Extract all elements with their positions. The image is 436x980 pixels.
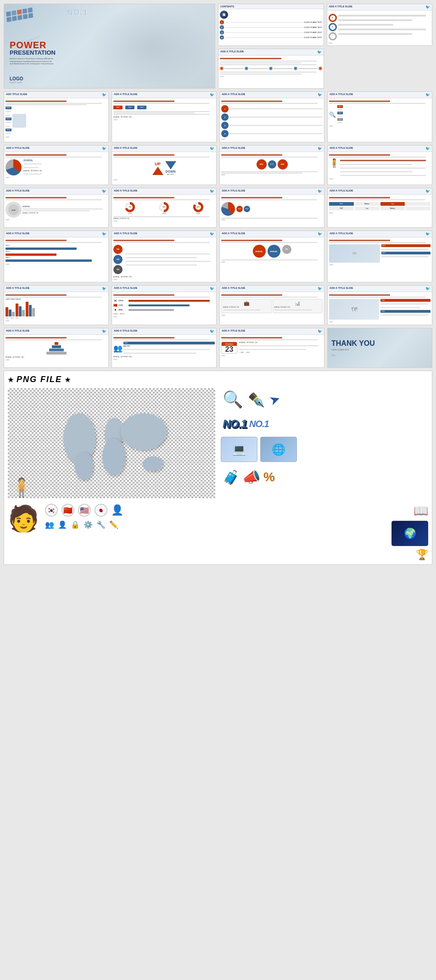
- bird-r6-3: 🐦: [318, 287, 322, 291]
- slide-r3-1: ADD A TItLe SLIDE 🐦 ASADAL ASADAL, INTER…: [4, 145, 109, 185]
- slide-r2-3: ADD A TItLe SLIDE 🐦 1 2 3: [219, 91, 324, 142]
- slide-r3-3: ADD A TItLe SLIDE 🐦 ASA TEXT ASA LOGO: [219, 145, 324, 185]
- slide-r6-3: ADD A TItLe SLIDE 🐦 💼 ASADAL, INTERNET, …: [219, 285, 324, 325]
- text-circle-1: TEXT: [236, 206, 243, 212]
- text-circle-2: TEXT: [244, 206, 250, 212]
- settings-icon-1: ⚙️: [84, 520, 93, 529]
- body-r6-3: 💼 ASADAL, INTERNET, INC. 📊 ASADAL, INTER…: [220, 292, 324, 318]
- slide-header-2: ADD A TITLE SLIDE 🐦: [218, 49, 324, 56]
- tl-dot-4: [294, 67, 297, 70]
- body-r4-2: 70% LOGO 50% LOGO 85% LOGO: [112, 195, 216, 224]
- slide-h-r2-3: ADD A TItLe SLIDE 🐦: [220, 92, 324, 98]
- gauge-label-1: LOGO: [128, 213, 132, 214]
- bird-r3-4: 🐦: [425, 146, 430, 151]
- no1-letters-icon: NO.1: [223, 417, 246, 430]
- svg-point-4: [121, 413, 167, 450]
- tl-dot-1: [220, 67, 224, 70]
- contents-header: CONTENTS: [218, 4, 324, 9]
- label-r7-2: ADD A TItLe SLIDE: [114, 329, 138, 333]
- asadal-big-2: ASADAL: [268, 245, 280, 258]
- slide-label-1: ADD A TITLE SLIDE: [329, 5, 353, 9]
- pen-icon: ✒️: [248, 392, 265, 408]
- label-r2-1: ADD TITLE SLIDE: [6, 93, 27, 97]
- text-tag-r7-1: TEXT: [123, 342, 215, 344]
- bar-col-3c: [32, 308, 35, 316]
- body-r3-3: ASA TEXT ASA LOGO: [220, 152, 324, 177]
- text-tag-2: TEXT: [337, 112, 343, 114]
- asadal-big-1: ASADAL: [253, 245, 266, 258]
- label-r2-3: ADD A TItLe SLIDE: [222, 93, 246, 97]
- contents-title: CONTENTS: [220, 5, 234, 8]
- circle-text-1: TEXT: [268, 160, 276, 169]
- bar-task-1: [6, 248, 77, 250]
- bird-r6-1: 🐦: [102, 287, 106, 291]
- label-r3-1: ADD A TItLe SLIDE: [6, 146, 30, 151]
- task-3: TASK 3: [6, 257, 107, 259]
- up-label: UP: [155, 162, 161, 166]
- slide-body-1: A B C LOGO: [327, 11, 432, 45]
- donut-chart-1: [6, 159, 22, 175]
- body-r6-2: 🇰🇷 KOREA 🇨🇳 CHINA 🇯🇵 JAPAN: [112, 292, 216, 319]
- people-group-icon: 👥: [45, 520, 54, 529]
- asadal-circle-2: ASA: [113, 255, 123, 264]
- slide-r5-1: ADD A TItLe SLIDE 🐦 TASK 1 TASK 2 TASK 3: [4, 231, 109, 282]
- world-map-svg: [13, 397, 210, 489]
- sub-label-r4-1: ASADAL, INTERNET, INC.: [22, 212, 107, 214]
- bar-kr: [129, 300, 210, 302]
- person-avatar-icon: 👤: [111, 504, 123, 516]
- slide-r4-1: ADD A TItLe SLIDE 🐦 ASA ASADAL ASADAL, I…: [4, 188, 109, 228]
- megaphone-icon: 📣: [242, 468, 261, 486]
- world-map-preview: 🧍: [8, 388, 215, 498]
- bird-r7-2: 🐦: [210, 329, 214, 333]
- flag-us-icon: 🇺🇸: [78, 504, 91, 517]
- slide-h-r6-1: ADD A TItLe SLIDE 🐦: [4, 286, 108, 292]
- bird-r5-3: 🐦: [318, 232, 322, 236]
- pencil-icon-1: ✏️: [109, 520, 118, 529]
- flag-jp: 🇯🇵: [113, 308, 117, 312]
- gauge-1: 70%: [125, 202, 135, 212]
- monitor-icon: 💻: [221, 437, 257, 462]
- bird-r3-1: 🐦: [102, 146, 106, 151]
- body-r3-2: UP DOWN ADD TEXT LOGO: [112, 152, 216, 182]
- row-4: ADD A TItLe SLIDE 🐦 ASA ASADAL ASADAL, I…: [4, 188, 432, 228]
- body-r3-4: 🧍 LOGO: [328, 152, 432, 181]
- body-r2-3: 1 2 3 4 LOGO: [220, 98, 324, 142]
- slide-h-r4-3: ADD A TItLe SLIDE 🐦: [220, 188, 324, 195]
- bird-r7-3: 🐦: [318, 329, 322, 333]
- legend-labels-r6-1: •TEXT1 •TEXT2 •TEXT3: [6, 299, 107, 300]
- png-label: PNG FILE: [17, 375, 62, 384]
- row-7: ADD A TItLe SLIDE 🐦 ASADAL, INTERNET, IN…: [4, 328, 432, 368]
- large-silhouette: 🧑: [8, 504, 39, 534]
- text-tag-1: TEXT: [337, 105, 343, 108]
- body-r5-3: ASADAL ASADAL ASA LOGO: [220, 237, 324, 265]
- matrix-cell-6: Low: [355, 207, 380, 210]
- slide-h-r5-4: ADD A TItLe SLIDE 🐦: [328, 231, 432, 237]
- label-r6-2: ADD A TItLe SLIDE: [114, 287, 138, 291]
- flag-cn-icon: 🇨🇳: [61, 504, 74, 517]
- png-section: ★ PNG FILE ★: [4, 371, 432, 565]
- asadal-card-1: ASADAL, INTERNET, INC.: [223, 306, 270, 308]
- slide-r5-3: ADD A TItLe SLIDE 🐦 ASADAL ASADAL ASA: [219, 231, 324, 282]
- body-r7-3: October 23 ASADAL, INTERNET, INC. ✓TEXT …: [220, 335, 324, 358]
- label-r3-2: ADD A TItLe SLIDE: [114, 146, 138, 151]
- asadal-big-3: ASA: [282, 245, 291, 254]
- label-r3-4: ADD A TItLe SLIDE: [330, 146, 353, 151]
- bird-r6-2: 🐦: [210, 287, 214, 291]
- slide-h-r7-1: ADD A TItLe SLIDE 🐦: [4, 328, 108, 335]
- matrix-cell-5: TEXT: [329, 207, 354, 210]
- label-r5-4: ADD A TItLe SLIDE: [330, 232, 353, 236]
- slide-r4-3: ADD A TItLe SLIDE 🐦 TEXT TEXT: [219, 188, 324, 228]
- body-r5-2: ASA ASA ASA › ASADAL, INTERNET, INC. LOG…: [112, 237, 216, 282]
- tag-text-2: TEXT: [6, 118, 11, 120]
- step-circle-2: 2: [221, 113, 229, 121]
- cal-day-label: 23: [222, 346, 237, 353]
- bar-col-2c: [22, 310, 25, 316]
- slide-h-r3-1: ADD A TItLe SLIDE 🐦: [4, 146, 108, 152]
- bar-col-3a: [26, 302, 28, 316]
- logo-label-1: LOGO: [329, 42, 333, 44]
- slide-r7-3: ADD A TItLe SLIDE 🐦 October 23 ASADAL, I…: [219, 328, 324, 368]
- asadal-label-2: ASADAL: [22, 205, 107, 208]
- magnifier-icon-1: 🔍: [329, 112, 336, 118]
- text-tag-3: TEXT: [337, 118, 343, 121]
- tl-dot-3: [269, 67, 273, 70]
